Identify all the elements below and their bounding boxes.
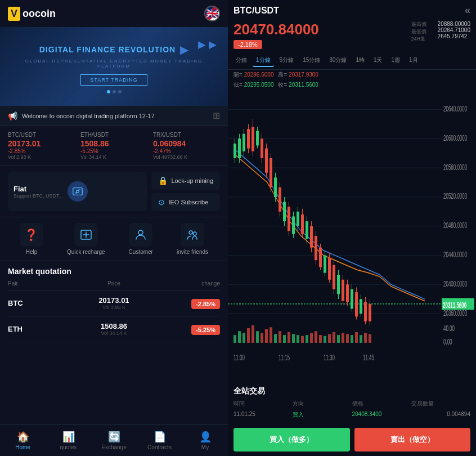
svg-rect-113 (346, 334, 349, 343)
svg-rect-96 (270, 327, 272, 343)
svg-rect-114 (351, 335, 353, 343)
ohlc-row: 開= 20296.6000 高= 20317.9300 (228, 70, 476, 80)
svg-rect-105 (310, 333, 313, 343)
btc-pair: BTC (8, 299, 61, 307)
nav-contracts[interactable]: 📄 Contracts (137, 428, 182, 453)
low-val: 20264.71000 (438, 27, 470, 33)
ticker-trx-vol: Vol 49732.66 K (153, 154, 220, 160)
ticker-btc[interactable]: BTC/USDT 20173.01 -2.85% Vol 2.93 K (8, 132, 75, 160)
price-left: 20470.84000 -2.18% (233, 21, 319, 49)
ticker-trx-change: -2.47% (153, 148, 220, 154)
svg-text:20520.0000: 20520.0000 (443, 192, 467, 200)
quick-recharge-button[interactable]: Quick recharge (67, 223, 105, 255)
btc-price: 20173.01 (61, 296, 167, 305)
my-icon: 👤 (199, 431, 212, 443)
trade-price: 20408.3400 (352, 411, 411, 419)
tf-1m[interactable]: 1分鐘 (253, 55, 274, 67)
tf-5m[interactable]: 5分鐘 (276, 55, 298, 67)
right-panel: BTC/USDT « 20470.84000 -2.18% 最高價 最低價 24… (228, 0, 476, 456)
eth-change-badge: -5.25% (191, 325, 220, 335)
tf-minute[interactable]: 分鐘 (232, 55, 250, 67)
eth-change: -5.25% (167, 324, 220, 334)
nav-quotes[interactable]: 📊 quotes (46, 428, 91, 453)
nav-my[interactable]: 👤 My (182, 428, 228, 453)
btc-change-badge: -2.85% (191, 299, 220, 309)
ieo-subscribe-button[interactable]: ⊙ IEO Subscribe (151, 193, 220, 211)
ticker-eth-price: 1508.86 (80, 139, 147, 148)
svg-text:20640.0000: 20640.0000 (443, 105, 467, 113)
grid-icon[interactable]: ⊞ (213, 110, 220, 121)
svg-rect-104 (306, 335, 308, 343)
col-change-header: change (167, 280, 220, 287)
change-badge: -2.18% (233, 40, 262, 49)
high-stat: 最高價 最低價 24H量 (411, 21, 426, 43)
svg-rect-89 (238, 331, 241, 343)
announcement-text: Welcome to oocoin digital trading platfo… (22, 113, 208, 119)
speaker-icon: 📢 (8, 111, 17, 120)
svg-rect-109 (328, 334, 331, 343)
logo: V oocoin (8, 7, 56, 21)
buy-button[interactable]: 買入（做多） (233, 428, 350, 451)
customer-icon (129, 223, 152, 247)
tf-30m[interactable]: 30分鐘 (326, 55, 350, 67)
ticker-trx[interactable]: TRX/USDT 0.060984 -2.47% Vol 49732.66 K (153, 132, 220, 160)
svg-rect-95 (265, 329, 268, 343)
recharge-label: Quick recharge (67, 249, 105, 255)
fiat-box[interactable]: Fiat Support BTC, USDT... (8, 172, 147, 211)
ticker-trx-pair: TRX/USDT (153, 132, 220, 138)
tf-1h[interactable]: 1時 (352, 55, 368, 67)
ieo-icon: ⊙ (158, 198, 165, 207)
lockup-label: Lock-up mining (171, 177, 213, 184)
svg-text:11:45: 11:45 (363, 354, 374, 362)
btc-vol: Vol 2.93 K (61, 305, 167, 310)
left-panel: V oocoin 🇬🇧 ▶ ▶ DIGITAL FINANCE REVOLUTI… (0, 0, 228, 456)
svg-rect-117 (364, 333, 367, 343)
ohlc-high: 高= 20317.9300 (278, 71, 318, 79)
eth-price: 1508.86 (61, 322, 167, 330)
trade-title: 全站交易 (233, 386, 470, 396)
market-row-eth[interactable]: ETH 1508.86 Vol 34.14 K -5.25% (8, 316, 220, 342)
svg-text:20311.5600: 20311.5600 (443, 301, 466, 310)
svg-rect-107 (319, 335, 322, 343)
start-trading-button[interactable]: START TRADING (80, 74, 147, 86)
stat-values: 20888.00000 20264.71000 2645.79742 (438, 21, 470, 43)
btc-price-box: 20173.01 Vol 2.93 K (61, 296, 167, 310)
amount-col-header: 交易數量 (411, 400, 470, 408)
col-pair-header: Pair (8, 280, 61, 287)
nav-home[interactable]: 🏠 Home (0, 428, 46, 453)
banner-dots (107, 90, 122, 93)
flag-icon[interactable]: 🇬🇧 (204, 6, 220, 21)
ticker-eth[interactable]: ETH/USDT 1508.86 -5.25% Vol 34.14 K (80, 132, 147, 160)
svg-rect-94 (261, 333, 263, 343)
logo-text: oocoin (23, 8, 56, 20)
main-price: 20470.84000 (233, 21, 319, 38)
price-col-header: 價格 (352, 400, 411, 408)
market-row-btc[interactable]: BTC 20173.01 Vol 2.93 K -2.85% (8, 290, 220, 316)
lockup-mining-button[interactable]: 🔒 Lock-up mining (151, 172, 220, 190)
sell-button[interactable]: 賣出（做空） (354, 428, 471, 451)
tf-15m[interactable]: 15分鐘 (299, 55, 324, 67)
vol-val: 2645.79742 (438, 33, 470, 39)
back-icon[interactable]: « (465, 5, 470, 16)
nav-exchange[interactable]: 🔄 Exchange (91, 428, 137, 453)
ticker-trx-price: 0.060984 (153, 139, 220, 148)
help-button[interactable]: ❓ Help (20, 223, 43, 255)
tf-1mo[interactable]: 1月 (406, 55, 421, 67)
chart-header: BTC/USDT « (228, 0, 476, 21)
banner-play-icon: ▶ (180, 43, 188, 56)
svg-rect-90 (243, 333, 245, 343)
right-action-buttons: 🔒 Lock-up mining ⊙ IEO Subscribe (151, 172, 220, 211)
trade-dir: 買入 (293, 411, 352, 419)
tf-1w[interactable]: 1週 (388, 55, 404, 67)
trade-table-header: 時間 方向 價格 交易數量 (233, 400, 470, 408)
svg-rect-97 (274, 334, 277, 343)
tf-1d[interactable]: 1天 (370, 55, 386, 67)
quotes-icon: 📊 (62, 431, 75, 443)
svg-rect-103 (301, 336, 304, 343)
help-label: Help (26, 249, 38, 255)
ticker-eth-vol: Vol 34.14 K (80, 154, 147, 160)
svg-rect-116 (360, 335, 362, 343)
customer-button[interactable]: Customer (129, 223, 153, 255)
invite-friends-button[interactable]: invite friends (177, 223, 208, 255)
invite-label: invite friends (177, 249, 208, 255)
